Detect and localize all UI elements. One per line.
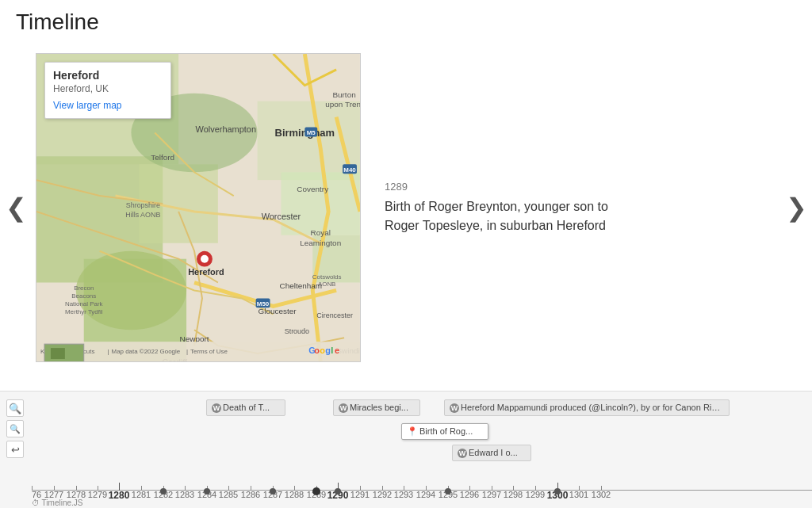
- year-label-1302: 1302: [592, 490, 611, 499]
- wiki-icon: W: [450, 403, 459, 413]
- svg-text:National Park: National Park: [65, 300, 103, 307]
- svg-text:l: l: [331, 346, 333, 355]
- map-popup: Hereford Hereford, UK View larger map: [44, 62, 171, 119]
- timeline-events: WDeath of T...WMiracles begi...WHereford…: [32, 395, 812, 475]
- svg-text:Cirencester: Cirencester: [316, 311, 353, 319]
- timeline-dot-1295[interactable]: [445, 488, 451, 495]
- map-popup-title: Hereford: [53, 69, 163, 82]
- svg-point-60: [201, 255, 209, 263]
- main-area: ❮ Hereford Hereford, UK View larger map: [0, 41, 812, 374]
- svg-text:Gloucester: Gloucester: [258, 307, 297, 315]
- year-label-1286: 1286: [241, 490, 260, 499]
- event-label: Birth of Rog...: [419, 426, 473, 436]
- pin-icon: 📍: [407, 426, 418, 437]
- info-panel: 1289 Birth of Roger Breynton, younger so…: [361, 165, 780, 251]
- undo-icon: ↩: [11, 444, 20, 456]
- timeline-labels: 1276127712781279128012811282128312841285…: [32, 490, 812, 504]
- svg-text:Burton: Burton: [332, 90, 355, 99]
- timeline-event-edward-i[interactable]: WEdward I o...: [452, 445, 531, 461]
- info-text: Birth of Roger Breynton, younger son to …: [385, 197, 638, 235]
- year-label-1296: 1296: [460, 490, 479, 499]
- year-label-1285: 1285: [219, 490, 238, 499]
- undo-button[interactable]: ↩: [6, 441, 24, 458]
- year-label-1280: 1280: [109, 490, 130, 501]
- timeline-footer-label: Timeline.JS: [42, 498, 83, 507]
- zoom-in-icon: 🔍: [9, 403, 21, 414]
- svg-text:Royal: Royal: [310, 228, 330, 237]
- year-label-1279: 1279: [88, 490, 107, 499]
- svg-text:M40: M40: [343, 166, 356, 174]
- timeline-event-death-t[interactable]: WDeath of T...: [206, 399, 285, 416]
- timeline-section: 🔍 🔍 ↩ WDeath of T...WMiracles begi...WHe…: [0, 391, 812, 508]
- svg-text:Map data ©2022 Google: Map data ©2022 Google: [112, 348, 181, 355]
- zoom-out-icon: 🔍: [10, 424, 21, 434]
- view-larger-map-link[interactable]: View larger map: [53, 100, 121, 111]
- svg-rect-58: [51, 348, 65, 359]
- svg-text:upon Trent: upon Trent: [325, 100, 360, 109]
- wiki-icon: W: [212, 403, 221, 413]
- timeline-event-hereford-mappa[interactable]: WHereford Mappamundi produced (@Lincoln?…: [444, 399, 730, 416]
- wiki-icon: W: [339, 403, 348, 413]
- event-label: Hereford Mappamundi produced (@Lincoln?)…: [461, 403, 730, 412]
- svg-text:Hereford: Hereford: [188, 267, 224, 277]
- year-label-1292: 1292: [373, 490, 392, 499]
- svg-text:o: o: [320, 346, 325, 355]
- svg-text:e: e: [335, 346, 339, 355]
- next-arrow[interactable]: ❯: [780, 184, 812, 231]
- prev-arrow[interactable]: ❮: [0, 184, 32, 231]
- svg-text:Brecon: Brecon: [74, 285, 94, 292]
- timeline-event-miracles[interactable]: WMiracles begi...: [333, 399, 420, 416]
- svg-text:o: o: [314, 346, 320, 355]
- info-year: 1289: [385, 181, 756, 193]
- timeline-dot-1300[interactable]: [554, 488, 561, 495]
- svg-text:Merthyr Tydfil: Merthyr Tydfil: [65, 308, 103, 315]
- wiki-icon: W: [458, 449, 467, 458]
- timeline-dot-1287[interactable]: [270, 488, 276, 495]
- svg-text:Cheltenham: Cheltenham: [280, 281, 323, 290]
- timeline-dot-1289[interactable]: [312, 487, 320, 495]
- svg-text:|: |: [108, 348, 109, 355]
- timeline-inner: WDeath of T...WMiracles begi...WHereford…: [32, 392, 812, 508]
- zoom-out-button[interactable]: 🔍: [6, 420, 24, 437]
- year-label-1281: 1281: [132, 490, 151, 499]
- map-popup-subtitle: Hereford, UK: [53, 83, 163, 94]
- svg-text:Coventry: Coventry: [297, 185, 328, 193]
- year-label-1291: 1291: [350, 490, 370, 499]
- timeline-event-birth-rog[interactable]: 📍Birth of Rog...: [401, 423, 488, 440]
- svg-text:Telford: Telford: [151, 153, 174, 162]
- year-label-1293: 1293: [394, 490, 413, 499]
- year-label-1298: 1298: [504, 490, 523, 499]
- svg-text:Worcester: Worcester: [262, 212, 301, 221]
- event-label: Death of T...: [223, 403, 270, 412]
- year-label-1299: 1299: [526, 490, 545, 499]
- event-label: Miracles begi...: [350, 403, 408, 412]
- zoom-in-button[interactable]: 🔍: [6, 399, 24, 417]
- svg-text:g: g: [325, 346, 331, 355]
- svg-text:Leamington: Leamington: [300, 239, 341, 247]
- year-label-1297: 1297: [482, 490, 501, 499]
- timeline-controls: 🔍 🔍 ↩: [6, 399, 24, 458]
- svg-text:M50: M50: [257, 300, 270, 307]
- year-label-1294: 1294: [416, 490, 435, 499]
- svg-text:Wolverhampton: Wolverhampton: [196, 124, 256, 134]
- timeline-footer: ⏱ Timeline.JS: [32, 498, 82, 507]
- svg-text:M5: M5: [307, 129, 316, 136]
- year-label-1301: 1301: [569, 490, 588, 499]
- svg-text:|: |: [186, 348, 188, 355]
- svg-text:Shropshire: Shropshire: [126, 201, 160, 209]
- timeline-dot-1284[interactable]: [204, 488, 210, 495]
- svg-text:Beacons: Beacons: [71, 292, 96, 300]
- svg-text:Cotswolds: Cotswolds: [312, 273, 342, 281]
- svg-text:Stroudo: Stroudo: [285, 327, 309, 335]
- year-label-1288: 1288: [285, 490, 304, 499]
- year-label-1283: 1283: [175, 490, 194, 499]
- svg-text:Hills AONB: Hills AONB: [125, 211, 160, 219]
- event-label: Edward I o...: [469, 448, 518, 457]
- map-container: Hereford Hereford, UK View larger map: [36, 53, 361, 362]
- page-title: Timeline: [0, 0, 812, 41]
- timeline-dot-1290[interactable]: [335, 488, 341, 495]
- timeline-dot-1282[interactable]: [160, 488, 167, 495]
- svg-text:Terms of Use: Terms of Use: [190, 348, 228, 355]
- svg-rect-7: [281, 172, 359, 235]
